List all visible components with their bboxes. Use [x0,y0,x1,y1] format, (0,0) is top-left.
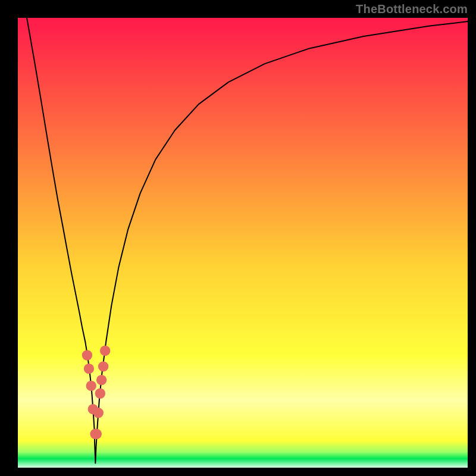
chart-frame: TheBottleneck.com [0,0,476,476]
highlight-dot [84,364,94,374]
plot-area [18,18,468,468]
highlight-dot [100,346,110,356]
highlight-dot [96,375,107,385]
highlight-dot [93,408,104,418]
highlight-dot [95,389,105,399]
gradient-background [18,18,468,468]
highlight-dot [92,429,102,439]
highlight-dot [98,361,108,371]
highlight-dot [82,350,92,360]
watermark-text: TheBottleneck.com [356,2,468,16]
highlight-dot [86,381,96,391]
bottleneck-chart [18,18,468,468]
